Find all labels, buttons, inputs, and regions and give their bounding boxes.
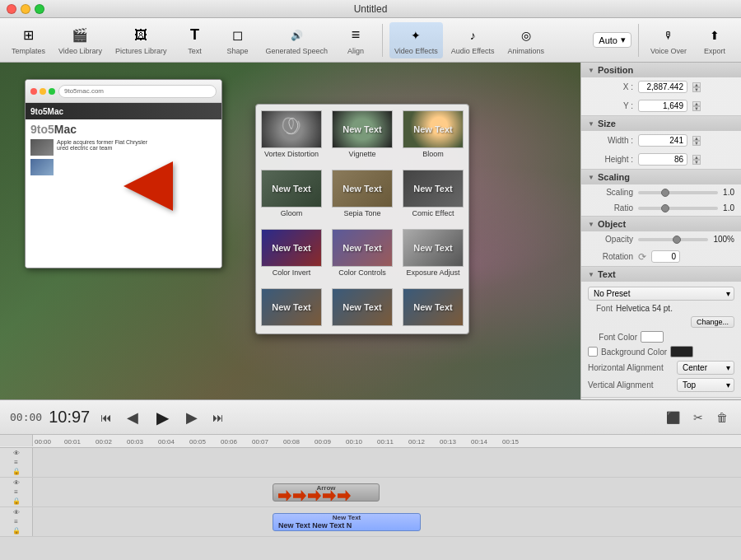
effect-vignette[interactable]: New Text Vignette [327, 105, 398, 164]
scaling-header[interactable]: ▼ Scaling [581, 170, 741, 184]
x-input[interactable] [638, 81, 687, 93]
effect-sepia[interactable]: New Text Sepia Tone [327, 164, 398, 223]
effect-row4a[interactable]: New Text [256, 282, 327, 334]
track-3-content[interactable]: New Text New Text New Text N [33, 507, 741, 536]
audio-effects-icon: ♪ [463, 26, 482, 45]
h-align-dropdown[interactable]: Center ▾ [677, 361, 734, 375]
track-3-lock-button[interactable]: 🔒 [11, 527, 22, 534]
arrow-clip[interactable]: Arrow [273, 483, 380, 502]
text-header[interactable]: ▼ Text [581, 267, 741, 282]
y-stepper[interactable]: ▲ ▼ [692, 101, 701, 111]
track-1-content[interactable] [33, 448, 741, 477]
news-item-1: Apple acquires former Fiat Chryslerured … [30, 139, 217, 156]
effect-row4b[interactable]: New Text [327, 282, 398, 334]
tool-templates[interactable]: ⊞ Templates [7, 22, 50, 58]
position-header[interactable]: ▼ Position [581, 63, 741, 77]
size-header[interactable]: ▼ Size [581, 116, 741, 131]
tool-text[interactable]: T Text [175, 22, 214, 58]
delete-button[interactable]: 🗑 [713, 409, 731, 426]
width-input[interactable] [638, 134, 687, 147]
rotation-input[interactable] [651, 250, 680, 263]
track-3-eye-button[interactable]: 👁 [11, 509, 22, 516]
effect-vortex-preview [261, 110, 322, 148]
ruler-mark-2: 00:02 [96, 438, 112, 446]
object-triangle-icon: ▼ [588, 221, 594, 228]
tool-export[interactable]: ⬆ Export [695, 22, 734, 58]
height-input[interactable] [638, 153, 687, 166]
ruler-mark-9: 00:09 [315, 438, 331, 446]
track-1-lock-button[interactable]: 🔒 [11, 468, 22, 475]
scaling-slider[interactable] [638, 191, 718, 194]
tool-audio-effects[interactable]: ♪ Audio Effects [446, 22, 500, 58]
effect-color-invert[interactable]: New Text Color Invert [256, 223, 327, 282]
effect-color-controls[interactable]: New Text Color Controls [327, 223, 398, 282]
close-button[interactable] [7, 4, 16, 14]
x-stepper[interactable]: ▲ ▼ [692, 82, 701, 92]
cut-button[interactable]: ✂ [690, 409, 706, 426]
color-controls-label: Color Controls [338, 268, 386, 277]
rotation-dial-icon[interactable]: ⟳ [638, 251, 646, 263]
text-clip[interactable]: New Text New Text New Text N [273, 513, 421, 531]
effect-comic[interactable]: New Text Comic Effect [398, 164, 468, 223]
skip-back-button[interactable]: ⏮ [96, 408, 116, 427]
x-stepper-down[interactable]: ▼ [692, 87, 701, 92]
tool-align[interactable]: ≡ Align [336, 22, 375, 58]
track-2: 👁 ≡ 🔒 Arrow [0, 478, 741, 507]
y-stepper-down[interactable]: ▼ [692, 106, 701, 111]
preset-dropdown[interactable]: No Preset ▾ [588, 287, 734, 301]
bg-color-swatch[interactable] [670, 346, 693, 357]
sepia-label: Sepia Tone [344, 209, 381, 217]
tool-shape[interactable]: ◻ Shape [217, 22, 257, 58]
text-clip-content: New Text New Text N [278, 521, 352, 530]
effect-row4c[interactable]: New Text [398, 282, 468, 334]
track-1-eye-button[interactable]: 👁 [11, 450, 22, 457]
track-2-lock-button[interactable]: 🔒 [11, 497, 22, 505]
effect-gloom[interactable]: New Text Gloom [256, 164, 327, 223]
bg-color-checkbox[interactable] [588, 347, 598, 357]
change-font-row: Change... [588, 315, 734, 329]
skip-forward-button[interactable]: ⏭ [208, 408, 228, 427]
v-align-dropdown[interactable]: Top ▾ [677, 378, 734, 392]
track-3-hamburger-button[interactable]: ≡ [11, 518, 22, 525]
effect-vortex[interactable]: Vortex Distortion [256, 105, 327, 164]
tool-voice-over[interactable]: 🎙 Voice Over [645, 22, 692, 58]
track-2-eye-button[interactable]: 👁 [11, 479, 22, 487]
play-button[interactable]: ▶ [149, 404, 175, 431]
tool-generated-speech[interactable]: 🔊 Generated Speech [260, 22, 333, 58]
change-font-button[interactable]: Change... [691, 316, 734, 328]
minimize-button[interactable] [21, 4, 30, 14]
y-input[interactable] [638, 100, 687, 112]
font-row: Font Helvetica 54 pt. [588, 302, 734, 315]
add-marker-button[interactable]: ⬛ [663, 409, 683, 426]
opacity-thumb[interactable] [673, 236, 681, 244]
track-2-hamburger-button[interactable]: ≡ [11, 488, 22, 496]
opacity-slider[interactable] [638, 238, 708, 241]
track-2-content[interactable]: Arrow [33, 478, 741, 506]
height-stepper[interactable]: ▲ ▼ [692, 155, 701, 165]
object-header[interactable]: ▼ Object [581, 217, 741, 231]
prev-frame-button[interactable]: ◀ [123, 408, 142, 427]
tool-animations[interactable]: ◎ Animations [503, 22, 550, 58]
ratio-thumb[interactable] [661, 204, 669, 212]
maximize-button[interactable] [35, 4, 44, 14]
scaling-thumb[interactable] [661, 189, 669, 197]
color-controls-text: New Text [343, 243, 381, 253]
opacity-value: 100% [713, 235, 734, 244]
voice-over-label: Voice Over [650, 47, 687, 55]
browser-chrome: 9to5mac.com [26, 80, 221, 103]
tool-video-library[interactable]: 🎬 Video Library [54, 22, 107, 58]
zoom-control[interactable]: Auto ▾ [593, 32, 631, 48]
height-stepper-down[interactable]: ▼ [692, 160, 701, 165]
window-controls[interactable] [7, 4, 44, 14]
next-frame-button[interactable]: ▶ [182, 408, 202, 427]
width-stepper-down[interactable]: ▼ [692, 141, 701, 146]
tool-pictures-library[interactable]: 🖼 Pictures Library [110, 22, 172, 58]
effect-exposure[interactable]: New Text Exposure Adjust [398, 223, 468, 282]
video-preview[interactable]: 9to5mac.com 9to5Mac 9to5Mac Apple acquir… [0, 63, 580, 399]
ratio-slider[interactable] [638, 207, 718, 210]
tool-video-effects[interactable]: ✦ Video Effects [389, 22, 443, 58]
track-1-hamburger-button[interactable]: ≡ [11, 459, 22, 466]
font-color-swatch[interactable] [641, 331, 664, 343]
width-stepper[interactable]: ▲ ▼ [692, 136, 701, 146]
effect-bloom[interactable]: New Text Bloom [398, 105, 468, 164]
